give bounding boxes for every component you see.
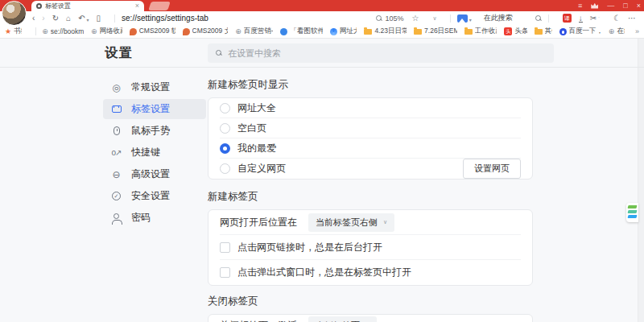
toutiao-icon: 头 [504,27,512,35]
reader-mode-icon[interactable]: ▯ [97,14,101,23]
site-icon [330,28,337,35]
divider [450,14,451,23]
folder-icon [414,29,422,35]
chevron-down-icon: ∨ [383,219,387,225]
divider [35,27,36,35]
chevron-down-icon[interactable]: ∨ [433,15,437,22]
bookmark-star-icon[interactable]: ☆ [412,14,419,23]
bookmark-item[interactable]: 网址大全 [330,27,357,36]
home-icon[interactable]: ⌂ [66,14,71,23]
close-activate-select[interactable]: 左侧标签页 ∨ [308,316,377,322]
menu-icon[interactable]: ≡ [578,2,582,10]
active-tab[interactable]: 标签设置 × [31,1,144,11]
reload-icon[interactable]: ↻ [52,14,59,23]
widget-logo-icon [627,210,637,213]
bookmark-item[interactable]: ⊕百度营销-登录 [235,27,273,36]
bookmark-folder[interactable]: 工作收藏夹 [464,27,497,36]
settings-page: 设置 在设置中搜索 ◎ 常规设置 标签设置 鼠标手势 o↗ 快捷键 [0,39,644,322]
zoom-level[interactable]: 105% [386,14,404,23]
bookmark-item[interactable]: ★书签 [5,27,22,36]
find-icon[interactable] [535,15,542,22]
sidebar-item-tabs[interactable]: 标签设置 [103,99,206,119]
sidebar-item-mouse-gestures[interactable]: 鼠标手势 [103,121,206,141]
download-icon[interactable]: ↓ [579,14,583,23]
radio-selected-icon[interactable] [220,143,230,154]
shortcut-icon: o↗ [111,148,122,157]
skin-theme-icon[interactable] [591,3,598,9]
set-custom-page-button[interactable]: 设置网页 [463,159,521,179]
translate-icon[interactable]: 译 [563,14,572,23]
radio-unselected-icon[interactable] [220,163,230,174]
shield-check-icon: ✓ [111,192,122,200]
tab-title: 标签设置 [45,2,132,10]
bookmark-item[interactable]: 「看图软件下载 [280,27,322,36]
tab-position-row: 网页打开后位置在 当前标签页右侧 ∨ [220,210,521,235]
radio-row-custom-page[interactable]: 自定义网页 设置网页 [220,159,521,179]
divider [114,14,115,23]
bookmark-item[interactable]: ⊕se://bookmarks/ [42,27,84,35]
radio-row-blank-page[interactable]: 空白页 [220,118,521,138]
radio-row-favorites[interactable]: 我的最爱 [220,138,521,159]
search-here-label[interactable]: 在此搜索 [484,13,513,23]
undo-dropdown-icon[interactable]: ▾ [87,17,89,23]
maximize-icon[interactable]: □ [623,2,627,10]
bookmark-folder[interactable]: 4.23日日常经常 [364,27,407,36]
bookmarks-overflow-icon[interactable]: » [632,27,639,35]
user-avatar[interactable] [2,1,27,26]
bookmark-folder[interactable]: 7.26日SEM检查 [414,27,457,36]
image-search-dropdown-icon[interactable]: ▾ [469,17,472,23]
bookmark-folder[interactable]: 其他 [535,27,552,36]
browser-titlebar: 标签设置 × ≡ — □ × [0,0,644,11]
url-text[interactable]: se://settings/settings-tab [122,14,208,23]
sidebar-item-security[interactable]: ✓ 安全设置 [103,186,206,206]
bookmark-item[interactable]: 百度一下，你就 [559,27,601,36]
settings-search-input[interactable]: 在设置中搜索 [208,43,554,63]
screenshot-scissors-icon[interactable]: ✂ [590,14,597,23]
sidebar-item-shortcuts[interactable]: o↗ 快捷键 [103,142,206,163]
radio-row-url-collection[interactable]: 网址大全 [220,98,521,118]
bookmark-item[interactable]: ⊕在线 [609,27,625,36]
bookmark-item[interactable]: 头头条号 [504,27,526,36]
tab-icon [111,105,122,113]
settings-header: 设置 在设置中搜索 [0,39,644,68]
night-mode-moon-icon[interactable]: ☾ [613,14,621,23]
zoom-magnifier-icon[interactable] [376,15,382,22]
back-icon[interactable]: ‹ [32,14,35,23]
person-icon [111,217,122,219]
page-title: 设置 [105,45,134,62]
newtab-display-card: 网址大全 空白页 我的最爱 自定义网页 设置网页 [208,97,533,180]
site-icon [183,28,190,35]
sidebar-item-advanced[interactable]: ⊖ 高级设置 [103,164,206,184]
more-icon[interactable]: ⋯ [628,14,636,23]
bookmark-item[interactable]: ⊕网络收藏夹 [91,27,122,36]
image-search-icon[interactable] [457,14,468,23]
bookmark-item[interactable]: CMS2009 软件管 [130,27,175,36]
widget-logo-icon [627,215,637,218]
star-icon: ★ [5,27,11,35]
section-title-close-tab: 关闭标签页 [208,295,533,308]
screenshot-dot-icon: · [598,14,600,19]
globe-icon: ⊕ [91,27,97,35]
scrollbar[interactable] [638,39,644,322]
newtab-card: 网页打开后位置在 当前标签页右侧 ∨ 点击网页链接时，总是在后台打开 点击弹出式… [208,209,533,286]
tab-position-select[interactable]: 当前标签页右侧 ∨ [308,213,394,232]
undo-closed-tab-icon[interactable]: ↶ [78,14,85,23]
forward-icon[interactable]: › [42,14,44,23]
popup-in-tab-row[interactable]: 点击弹出式窗口时，总是在标签页中打开 [220,260,521,285]
bookmark-item[interactable]: CMS2009 文章管 [183,27,229,36]
open-links-background-row[interactable]: 点击网页链接时，总是在后台打开 [220,235,521,260]
folder-icon [464,29,473,35]
globe-icon: ⊕ [235,27,242,35]
checkbox-unchecked-icon[interactable] [220,267,230,278]
checkbox-unchecked-icon[interactable] [220,242,230,253]
side-panel-widget[interactable] [626,203,638,222]
radio-unselected-icon[interactable] [220,123,230,134]
close-activate-row: 关闭标签页，激活 左侧标签页 ∨ [220,315,521,322]
tab-close-icon[interactable]: × [135,2,139,10]
radio-unselected-icon[interactable] [220,103,230,114]
new-tab-button[interactable] [148,2,171,10]
sidebar-item-passwords[interactable]: 密码 [103,208,206,228]
minimize-icon[interactable]: — [607,2,614,10]
sidebar-item-general[interactable]: ◎ 常规设置 [103,77,206,97]
close-window-icon[interactable]: × [637,2,641,10]
